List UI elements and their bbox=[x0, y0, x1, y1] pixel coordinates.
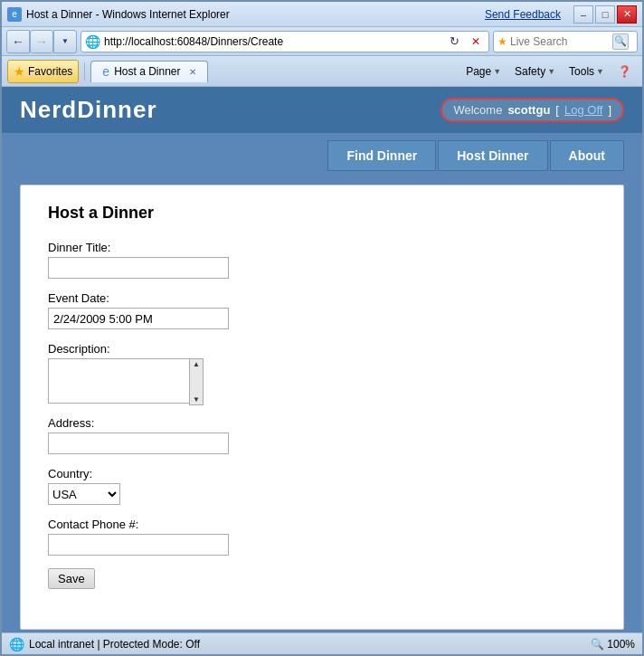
minimize-button[interactable]: – bbox=[573, 5, 593, 24]
bracket-close: ] bbox=[608, 103, 611, 117]
scroll-down-arrow[interactable]: ▼ bbox=[193, 395, 200, 404]
country-label: Country: bbox=[48, 467, 596, 480]
ie-logo-icon: 🌐 bbox=[85, 34, 100, 49]
close-button[interactable]: ✕ bbox=[617, 5, 637, 24]
logoff-link[interactable]: Log Off bbox=[564, 103, 602, 117]
event-date-input[interactable] bbox=[48, 308, 229, 329]
contact-phone-group: Contact Phone #: bbox=[48, 518, 596, 556]
favorites-button[interactable]: ★ Favorites bbox=[7, 60, 79, 83]
back-forward-group: ← → ▼ bbox=[6, 30, 77, 53]
site-title: NerdDinner bbox=[20, 96, 157, 124]
star-icon: ★ bbox=[14, 64, 25, 79]
back-button[interactable]: ← bbox=[6, 30, 30, 53]
address-input-wrap: 🌐 ↻ ✕ bbox=[80, 31, 489, 52]
find-dinner-tab[interactable]: Find Dinner bbox=[327, 140, 436, 171]
welcome-area: Welcome scottgu [ Log Off ] bbox=[440, 98, 624, 122]
save-button[interactable]: Save bbox=[48, 568, 95, 589]
description-label: Description: bbox=[48, 342, 596, 356]
description-scrollbar: ▲ ▼ bbox=[189, 358, 204, 405]
browser-content: NerdDinner Welcome scottgu [ Log Off ] F… bbox=[2, 87, 642, 632]
live-search-icon: ★ bbox=[497, 35, 507, 48]
zoom-icon: 🔍 bbox=[591, 638, 604, 651]
stop-button[interactable]: ✕ bbox=[467, 33, 485, 51]
dinner-title-group: Dinner Title: bbox=[48, 241, 596, 279]
tab-close-button[interactable]: ✕ bbox=[189, 67, 196, 77]
address-bar: ← → ▼ 🌐 ↻ ✕ ★ 🔍 bbox=[2, 27, 642, 56]
tools-dropdown-icon: ▼ bbox=[596, 67, 604, 76]
zone-icon: 🌐 bbox=[9, 637, 24, 651]
window-title: Host a Dinner - Windows Internet Explore… bbox=[26, 8, 230, 21]
country-group: Country: USA bbox=[48, 467, 596, 505]
zone-label: Local intranet | Protected Mode: Off bbox=[29, 638, 200, 651]
welcome-prefix: Welcome bbox=[453, 103, 502, 117]
country-select-wrap: USA bbox=[48, 483, 596, 505]
active-tab-label: Host a Dinner bbox=[114, 65, 180, 78]
window-controls: – □ ✕ bbox=[573, 5, 637, 24]
country-select[interactable]: USA bbox=[48, 483, 120, 505]
search-go-button[interactable]: 🔍 bbox=[612, 33, 629, 50]
maximize-button[interactable]: □ bbox=[595, 5, 615, 24]
description-textarea-wrap: ▲ ▼ bbox=[48, 358, 204, 404]
address-input[interactable] bbox=[48, 433, 229, 454]
help-button[interactable]: ❓ bbox=[612, 61, 637, 82]
description-input[interactable] bbox=[48, 358, 193, 404]
toolbar: ★ Favorites e Host a Dinner ✕ Page ▼ Saf… bbox=[2, 56, 642, 87]
zoom-label: 100% bbox=[607, 638, 635, 651]
page-dropdown-icon: ▼ bbox=[493, 67, 501, 76]
address-group: Address: bbox=[48, 416, 596, 454]
search-input[interactable] bbox=[510, 35, 610, 48]
search-bar: ★ 🔍 bbox=[493, 31, 638, 52]
page-title: Host a Dinner bbox=[48, 204, 596, 223]
contact-phone-label: Contact Phone #: bbox=[48, 518, 596, 531]
description-group: Description: ▲ ▼ bbox=[48, 342, 596, 404]
contact-phone-input[interactable] bbox=[48, 534, 229, 556]
address-label: Address: bbox=[48, 416, 596, 430]
send-feedback-link[interactable]: Send Feedback bbox=[485, 8, 561, 21]
page-menu-button[interactable]: Page ▼ bbox=[460, 61, 507, 82]
refresh-button[interactable]: ↻ bbox=[445, 33, 463, 51]
tools-menu-button[interactable]: Tools ▼ bbox=[564, 61, 610, 82]
status-bar: 🌐 Local intranet | Protected Mode: Off 🔍… bbox=[2, 632, 642, 654]
save-group: Save bbox=[48, 568, 596, 589]
content-card: Host a Dinner Dinner Title: Event Date: … bbox=[20, 185, 624, 630]
tools-label: Tools bbox=[569, 65, 594, 78]
scroll-up-arrow[interactable]: ▲ bbox=[193, 360, 200, 368]
safety-label: Safety bbox=[515, 65, 545, 78]
toolbar-separator bbox=[84, 62, 85, 81]
tab-ie-icon: e bbox=[102, 64, 109, 79]
host-dinner-tab[interactable]: Host Dinner bbox=[438, 140, 547, 171]
safety-dropdown-icon: ▼ bbox=[547, 67, 555, 76]
content-area: NerdDinner Welcome scottgu [ Log Off ] F… bbox=[2, 87, 642, 632]
about-tab[interactable]: About bbox=[550, 140, 624, 171]
status-left: 🌐 Local intranet | Protected Mode: Off bbox=[9, 637, 200, 651]
site-header: NerdDinner Welcome scottgu [ Log Off ] bbox=[2, 87, 642, 133]
nav-dropdown-button[interactable]: ▼ bbox=[53, 30, 77, 53]
toolbar-right: Page ▼ Safety ▼ Tools ▼ ❓ bbox=[460, 61, 637, 82]
dinner-title-input[interactable] bbox=[48, 257, 229, 279]
browser-window: e Host a Dinner - Windows Internet Explo… bbox=[0, 0, 644, 656]
page-content: Host a Dinner Dinner Title: Event Date: … bbox=[2, 171, 642, 632]
favorites-label: Favorites bbox=[28, 65, 72, 78]
nav-tabs: Find Dinner Host Dinner About bbox=[2, 133, 642, 171]
ie-icon: e bbox=[7, 7, 22, 22]
page-label: Page bbox=[466, 65, 491, 78]
event-date-label: Event Date: bbox=[48, 291, 596, 305]
address-input[interactable] bbox=[104, 35, 441, 48]
forward-button[interactable]: → bbox=[30, 30, 53, 53]
dinner-title-label: Dinner Title: bbox=[48, 241, 596, 254]
title-bar-left: e Host a Dinner - Windows Internet Explo… bbox=[7, 7, 230, 22]
browser-tab-active[interactable]: e Host a Dinner ✕ bbox=[90, 61, 207, 82]
event-date-group: Event Date: bbox=[48, 291, 596, 329]
username: scottgu bbox=[507, 103, 550, 117]
safety-menu-button[interactable]: Safety ▼ bbox=[509, 61, 561, 82]
bracket-open: [ bbox=[555, 103, 559, 117]
title-bar: e Host a Dinner - Windows Internet Explo… bbox=[2, 2, 642, 27]
zoom-level: 🔍 100% bbox=[591, 638, 635, 651]
